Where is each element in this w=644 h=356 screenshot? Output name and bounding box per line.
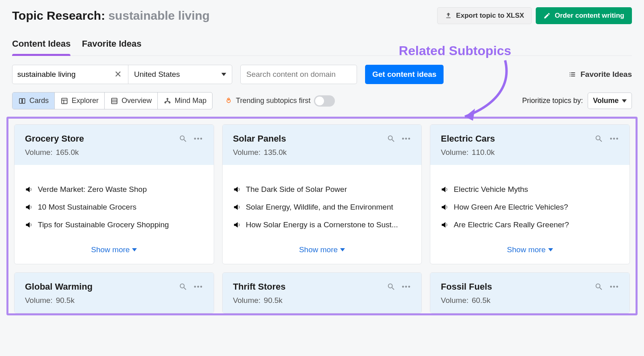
idea-item[interactable]: Are Electric Cars Really Greener? bbox=[441, 220, 619, 229]
search-icon[interactable] bbox=[179, 282, 188, 291]
card-title: Solar Panels bbox=[233, 134, 286, 144]
card-title: Electric Cars bbox=[441, 134, 495, 144]
svg-line-13 bbox=[167, 101, 169, 102]
prioritize-value: Volume bbox=[593, 97, 619, 105]
idea-text: Verde Market: Zero Waste Shop bbox=[38, 185, 147, 194]
card-body: Electric Vehicle MythsHow Green Are Elec… bbox=[430, 165, 630, 264]
flame-icon bbox=[225, 97, 233, 105]
search-icon[interactable] bbox=[594, 134, 603, 143]
topic-input[interactable]: ✕ bbox=[12, 65, 128, 84]
view-overview[interactable]: Overview bbox=[105, 93, 158, 109]
idea-item[interactable]: How Solar Energy is a Cornerstone to Sus… bbox=[233, 220, 411, 229]
list-icon bbox=[568, 70, 576, 78]
idea-item[interactable]: Electric Vehicle Myths bbox=[441, 185, 619, 194]
volume-value: 90.5k bbox=[264, 296, 282, 305]
topic-input-field[interactable] bbox=[17, 70, 113, 79]
country-value: United States bbox=[134, 70, 180, 79]
megaphone-icon bbox=[233, 203, 241, 211]
search-domain-field[interactable] bbox=[246, 70, 351, 79]
svg-rect-0 bbox=[19, 99, 22, 103]
search-icon[interactable] bbox=[594, 282, 603, 291]
search-icon[interactable] bbox=[179, 134, 188, 143]
get-content-ideas-button[interactable]: Get content ideas bbox=[365, 65, 444, 84]
volume-value: 110.0k bbox=[472, 148, 495, 157]
card-volume: Volume:110.0k bbox=[441, 148, 619, 157]
trending-toggle-group: Trending subtopics first bbox=[225, 95, 334, 107]
more-icon[interactable]: ••• bbox=[610, 283, 619, 290]
idea-item[interactable]: Verde Market: Zero Waste Shop bbox=[25, 185, 203, 194]
order-writing-button[interactable]: Order content writing bbox=[536, 7, 632, 24]
cards-icon bbox=[18, 97, 26, 105]
page-title-query: sustainable living bbox=[108, 9, 210, 23]
search-domain-input[interactable] bbox=[240, 65, 357, 84]
show-more-link[interactable]: Show more bbox=[233, 245, 411, 254]
favorite-ideas-label: Favorite Ideas bbox=[580, 70, 632, 79]
card-volume: Volume:135.0k bbox=[233, 148, 411, 157]
card-volume: Volume:60.5k bbox=[441, 296, 619, 305]
card-header: Grocery Store•••Volume:165.0k bbox=[14, 125, 214, 165]
card-title: Fossil Fuels bbox=[441, 282, 492, 292]
view-cards[interactable]: Cards bbox=[12, 93, 55, 109]
card-title: Thrift Stores bbox=[233, 282, 286, 292]
chevron-down-icon bbox=[132, 248, 137, 251]
mindmap-icon bbox=[163, 97, 171, 105]
tabs: Content Ideas Favorite Ideas bbox=[12, 35, 632, 56]
clear-topic-icon[interactable]: ✕ bbox=[113, 69, 123, 80]
idea-item[interactable]: 10 Most Sustainable Grocers bbox=[25, 203, 203, 212]
volume-label: Volume: bbox=[441, 148, 469, 157]
export-button[interactable]: Export topic to XLSX bbox=[437, 7, 532, 24]
card-volume: Volume:165.0k bbox=[25, 148, 203, 157]
megaphone-icon bbox=[233, 221, 241, 229]
topic-card: Global Warming•••Volume:90.5k bbox=[14, 272, 214, 313]
svg-point-9 bbox=[165, 102, 166, 103]
view-mindmap-label: Mind Map bbox=[175, 97, 206, 105]
view-mindmap[interactable]: Mind Map bbox=[158, 93, 212, 109]
view-explorer-label: Explorer bbox=[72, 97, 99, 105]
megaphone-icon bbox=[25, 185, 33, 193]
idea-item[interactable]: Solar Energy, Wildlife, and the Environm… bbox=[233, 203, 411, 212]
search-icon[interactable] bbox=[387, 282, 396, 291]
idea-item[interactable]: The Dark Side of Solar Power bbox=[233, 185, 411, 194]
more-icon[interactable]: ••• bbox=[402, 283, 411, 290]
chevron-down-icon bbox=[340, 248, 345, 251]
favorite-ideas-link[interactable]: Favorite Ideas bbox=[568, 70, 632, 79]
svg-point-10 bbox=[169, 102, 170, 103]
edit-icon bbox=[543, 12, 551, 19]
more-icon[interactable]: ••• bbox=[194, 135, 203, 142]
volume-label: Volume: bbox=[25, 296, 53, 305]
tab-content-ideas[interactable]: Content Ideas bbox=[12, 35, 70, 56]
idea-text: Solar Energy, Wildlife, and the Environm… bbox=[246, 203, 393, 212]
idea-list: The Dark Side of Solar PowerSolar Energy… bbox=[233, 185, 411, 229]
megaphone-icon bbox=[25, 203, 33, 211]
card-header: Electric Cars•••Volume:110.0k bbox=[430, 125, 630, 165]
trending-toggle[interactable] bbox=[314, 95, 335, 107]
svg-rect-1 bbox=[23, 99, 25, 103]
svg-rect-5 bbox=[111, 98, 117, 104]
megaphone-icon bbox=[233, 185, 241, 193]
prioritize-group: Prioritize topics by: Volume bbox=[522, 93, 632, 109]
more-icon[interactable]: ••• bbox=[194, 283, 203, 290]
more-icon[interactable]: ••• bbox=[402, 135, 411, 142]
topic-card: Grocery Store•••Volume:165.0kVerde Marke… bbox=[14, 124, 214, 264]
overview-icon bbox=[110, 97, 118, 105]
country-select[interactable]: United States bbox=[128, 65, 232, 84]
svg-line-12 bbox=[165, 101, 167, 102]
search-icon[interactable] bbox=[387, 134, 396, 143]
show-more-link[interactable]: Show more bbox=[441, 245, 619, 254]
volume-label: Volume: bbox=[25, 148, 53, 157]
show-more-label: Show more bbox=[507, 245, 546, 254]
megaphone-icon bbox=[441, 185, 449, 193]
page-title-prefix: Topic Research: bbox=[12, 9, 105, 23]
svg-point-8 bbox=[167, 98, 168, 99]
idea-text: How Green Are Electric Vehicles? bbox=[454, 203, 568, 212]
show-more-link[interactable]: Show more bbox=[25, 245, 203, 254]
idea-item[interactable]: Tips for Sustainable Grocery Shopping bbox=[25, 220, 203, 229]
tab-favorite-ideas[interactable]: Favorite Ideas bbox=[82, 35, 141, 56]
prioritize-dropdown[interactable]: Volume bbox=[588, 93, 632, 109]
idea-text: Are Electric Cars Really Greener? bbox=[454, 220, 569, 229]
trending-label: Trending subtopics first bbox=[236, 97, 310, 105]
view-explorer[interactable]: Explorer bbox=[55, 93, 105, 109]
more-icon[interactable]: ••• bbox=[610, 135, 619, 142]
chevron-down-icon bbox=[548, 248, 553, 251]
idea-item[interactable]: How Green Are Electric Vehicles? bbox=[441, 203, 619, 212]
